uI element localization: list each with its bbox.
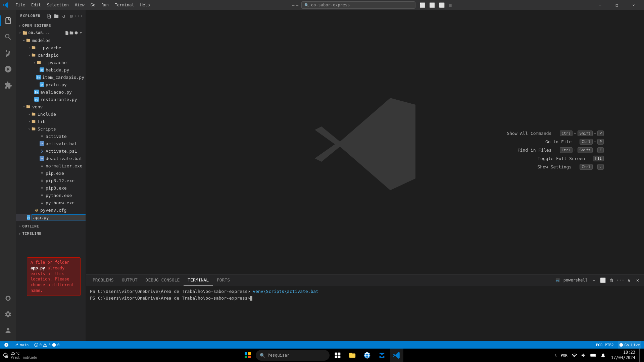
open-editors-section[interactable]: › OPEN EDITORS [16,22,86,29]
nav-back-btn[interactable]: ← [292,3,295,8]
layout-btn-4[interactable]: ▦ [447,2,453,8]
battery-icon[interactable] [589,353,598,357]
tree-item-activate-ps1[interactable]: ❯ Activate.ps1 [16,147,86,155]
tree-item-pip312-exe[interactable]: ≡ pip3.12.exe [16,177,86,184]
activity-search[interactable] [0,29,16,45]
tree-item-lib[interactable]: › Lib [16,118,86,125]
menu-terminal[interactable]: Terminal [112,2,137,8]
tree-item-pip3-exe[interactable]: ≡ pip3.exe [16,184,86,192]
show-hidden-btn[interactable]: ∧ [553,353,558,358]
tree-item-avaliacao[interactable]: py avaliacao.py [16,88,86,96]
menu-edit[interactable]: Edit [29,2,44,8]
menu-help[interactable]: Help [138,2,153,8]
task-view-btn[interactable] [331,349,344,362]
more-actions-btn[interactable]: ··· [76,13,82,19]
close-button[interactable]: ✕ [626,0,641,10]
activity-settings[interactable] [0,306,16,322]
tab-terminal[interactable]: TERMINAL [184,274,213,286]
wifi-icon[interactable] [570,353,578,358]
split-terminal-btn[interactable]: ⬜ [599,276,606,284]
taskbar-search[interactable]: 🔍 Pesquisar [256,350,330,361]
activity-explorer[interactable] [0,13,16,29]
sound-icon[interactable] [580,353,588,358]
root-collapse-icon[interactable] [79,31,83,35]
store-btn[interactable] [375,349,389,362]
new-file-input[interactable] [32,214,86,220]
show-desktop-btn[interactable] [639,349,641,362]
minimize-button[interactable]: ─ [592,0,608,10]
tree-item-pycache1[interactable]: › __pycache__ [16,44,86,51]
terminal-content[interactable]: PS C:\Users\vitor\OneDrive\Área de Traba… [86,286,644,341]
tree-item-pyvenv-cfg[interactable]: ⚙ pyvenv.cfg [16,206,86,214]
status-go-live[interactable]: Go Live [618,341,641,349]
tree-item-pip-exe[interactable]: ≡ pip.exe [16,169,86,177]
tab-problems[interactable]: PROBLEMS [89,274,118,286]
new-folder-btn[interactable] [53,13,59,19]
status-branch[interactable]: ⎇ main [13,341,30,349]
nav-forward-btn[interactable]: → [296,3,299,8]
timeline-section[interactable]: › TIMELINE [16,230,86,237]
tree-item-item-cardapio[interactable]: py item_cardapio.py [16,73,86,81]
activity-extensions[interactable] [0,77,16,93]
root-refresh-icon[interactable] [74,31,78,35]
command-find-files: Find in Files Ctrl + Shift + F [496,147,604,153]
activity-remote[interactable] [0,290,16,306]
activity-run-debug[interactable] [0,61,16,77]
root-folder-section[interactable]: › OO-SAB... [16,29,86,37]
root-new-folder-icon[interactable] [69,31,73,35]
status-encoding[interactable]: POR PTB2 [595,341,615,349]
tree-item-scripts[interactable]: › Scripts [16,125,86,133]
menu-run[interactable]: Run [99,2,111,8]
layout-btn-3[interactable]: ⬜ [438,2,446,8]
tree-item-bebida[interactable]: py bebida.py [16,66,86,73]
outline-section[interactable]: › OUTLINE [16,222,86,230]
layout-btn-1[interactable]: ⬜ [418,2,427,8]
collapse-all-btn[interactable]: ⊟ [68,13,74,19]
activity-account[interactable] [0,322,16,339]
start-button[interactable] [241,349,254,362]
new-terminal-btn[interactable]: + [590,276,598,284]
menu-bar: File Edit Selection View Go Run Terminal… [13,2,153,8]
menu-file[interactable]: File [13,2,28,8]
weather-widget[interactable]: 🌤 25°C Pred. nublado [3,351,37,359]
tree-item-prato[interactable]: py prato.py [16,81,86,88]
status-remote[interactable] [3,341,10,349]
vscode-taskbar-btn[interactable] [390,349,403,362]
new-file-btn[interactable] [46,13,52,19]
tree-item-restaurante[interactable]: py restaurante.py [16,96,86,103]
tree-item-pycache2[interactable]: › __pycache__ [16,59,86,66]
refresh-btn[interactable]: ↺ [61,13,67,19]
tree-item-activate[interactable]: ≡ activate [16,133,86,140]
panel-maximize-btn[interactable]: ∧ [625,276,633,284]
menu-go[interactable]: Go [88,2,98,8]
menu-view[interactable]: View [72,2,87,8]
tree-item-python-exe[interactable]: ≡ python.exe [16,192,86,199]
layout-btn-2[interactable]: ⬜ [428,2,436,8]
tree-item-include[interactable]: › Include [16,110,86,118]
tree-item-deactivate-bat[interactable]: bat deactivate.bat [16,155,86,162]
notification-btn[interactable] [599,353,607,358]
tree-item-normalizer[interactable]: ≡ normalizer.exe [16,162,86,169]
maximize-button[interactable]: □ [609,0,625,10]
tree-item-activate-bat[interactable]: bat activate.bat [16,140,86,147]
language-indicator[interactable]: POR [559,353,569,358]
menu-selection[interactable]: Selection [44,2,71,8]
file-explorer-btn[interactable] [346,349,359,362]
root-new-file-icon[interactable] [65,31,69,35]
tree-item-modelos[interactable]: › modelos [16,37,86,44]
tree-item-pythonw-exe[interactable]: ≡ pythonw.exe [16,199,86,206]
tree-item-venv[interactable]: › venv [16,103,86,110]
panel-close-btn[interactable]: ✕ [634,276,641,284]
title-search[interactable]: 🔍 oo-sabor-express [301,1,415,9]
kill-terminal-btn[interactable]: 🗑 [608,276,615,284]
activity-source-control[interactable] [0,45,16,61]
status-errors[interactable]: ✕ 0 ! 0 0 [33,341,61,349]
browser-btn[interactable] [360,349,374,362]
clock-widget[interactable]: 18:23 17/04/2024 [608,350,638,360]
tab-debug-console[interactable]: DEBUG CONSOLE [142,274,184,286]
tab-output[interactable]: OUTPUT [118,274,142,286]
tree-item-cardapio[interactable]: › cardapio [16,51,86,59]
tab-ports[interactable]: PORTS [213,274,234,286]
commands-panel: Show All Commands Ctrl + Shift + P Go to… [496,130,604,169]
terminal-more-btn[interactable]: ··· [616,276,624,284]
